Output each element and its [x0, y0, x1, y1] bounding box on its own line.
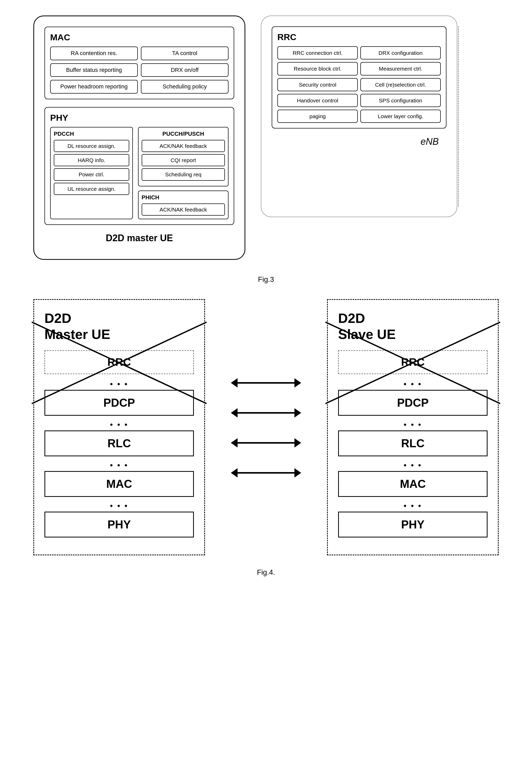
fig4-container: D2DMaster UE RRC • • • PDCP • • • RLC • … — [33, 299, 499, 592]
master-rrc-text: RRC — [108, 356, 131, 368]
rrc-res: Resource block ctrl. — [277, 62, 358, 75]
d2d-master-ue-box: MAC RA contention res. TA control Buffer… — [33, 16, 245, 260]
pdcch-box: PDCCH DL resource assign. HARQ info. Pow… — [50, 127, 133, 219]
master-pdcp: PDCP — [44, 390, 194, 416]
slave-mac: MAC — [338, 471, 488, 497]
rrc-box: RRC RRC connection ctrl. DRX configurati… — [272, 26, 446, 128]
pdcp-arrow-right — [294, 378, 301, 388]
pucch-ack: ACK/NAK feedback — [142, 140, 225, 152]
d2d-master-label: D2D master UE — [44, 233, 234, 244]
slave-dot-3: • • • — [338, 460, 488, 470]
master-mac: MAC — [44, 471, 194, 497]
phy-arrow-line — [238, 472, 294, 474]
rlc-arrow-line — [238, 412, 294, 414]
rrc-conn: RRC connection ctrl. — [277, 46, 358, 59]
master-dot-4: • • • — [44, 501, 194, 511]
enb-dashed-border — [456, 26, 459, 206]
mac-cell-buffer: Buffer status reporting — [50, 63, 138, 77]
d2d-master-ue-fig4: D2DMaster UE RRC • • • PDCP • • • RLC • … — [33, 299, 205, 555]
pdcch-power: Power ctrl. — [54, 168, 129, 180]
arrows-stack — [231, 299, 301, 480]
phy-arrow-left — [231, 468, 238, 478]
master-phy: PHY — [44, 512, 194, 537]
mac-arrow-line — [238, 442, 294, 444]
mac-cell-power: Power headroom reporting — [50, 80, 138, 94]
rrc-lower: Lower layer config. — [360, 110, 441, 123]
master-dot-2: • • • — [44, 420, 194, 429]
slave-rlc: RLC — [338, 430, 488, 456]
pdcp-arrow — [231, 378, 301, 388]
pucch-cqi: CQI report — [142, 154, 225, 166]
pucch-sched: Scheduling req — [142, 168, 225, 180]
mac-box: MAC RA contention res. TA control Buffer… — [44, 27, 234, 99]
enb-label: eNB — [272, 136, 446, 147]
master-rlc: RLC — [44, 430, 194, 456]
master-rrc-crossed: RRC — [44, 350, 194, 374]
slave-phy: PHY — [338, 512, 488, 537]
mac-arrow-left — [231, 438, 238, 448]
enb-box: RRC RRC connection ctrl. DRX configurati… — [261, 16, 457, 217]
slave-dot-4: • • • — [338, 501, 488, 511]
rlc-arrow-right — [294, 408, 301, 418]
slave-pdcp: PDCP — [338, 390, 488, 416]
mac-grid: RA contention res. TA control Buffer sta… — [50, 47, 229, 94]
slave-rrc-crossed: RRC — [338, 350, 488, 374]
rrc-cell-resel: Cell (re)selection ctrl. — [360, 78, 441, 91]
mac-cell-sched: Scheduling policy — [141, 80, 229, 94]
pdcch-dl: DL resource assign. — [54, 140, 129, 152]
fig4-diagram: D2DMaster UE RRC • • • PDCP • • • RLC • … — [33, 299, 499, 555]
rrc-paging: paging — [277, 110, 358, 123]
mac-cell-drx: DRX on/off — [141, 63, 229, 77]
rrc-drx: DRX configuration — [360, 46, 441, 59]
master-dot-3: • • • — [44, 460, 194, 470]
fig3-caption: Fig.3 — [10, 275, 522, 284]
mac-arrow-right — [294, 438, 301, 448]
mac-cell-ta: TA control — [141, 47, 229, 60]
phy-arrow — [231, 468, 301, 478]
pdcp-arrow-left — [231, 378, 238, 388]
phy-box: PHY PDCCH DL resource assign. HARQ info.… — [44, 107, 234, 225]
mac-title: MAC — [50, 32, 229, 42]
rrc-grid: RRC connection ctrl. DRX configuration R… — [277, 46, 441, 123]
rrc-sps: SPS configuration — [360, 94, 441, 107]
phy-title: PHY — [50, 113, 229, 123]
mac-cell-ra: RA contention res. — [50, 47, 138, 60]
rlc-arrow-left — [231, 408, 238, 418]
rlc-arrow — [231, 408, 301, 418]
fig4-caption: Fig.4. — [33, 568, 499, 577]
rrc-handover: Handover control — [277, 94, 358, 107]
slave-dot-2: • • • — [338, 420, 488, 429]
pdcch-harq: HARQ info. — [54, 154, 129, 166]
phich-ack: ACK/NAK feedback — [142, 203, 225, 216]
slave-rrc-text: RRC — [401, 356, 425, 368]
rrc-sec: Security control — [277, 78, 358, 91]
pucch-box: PUCCH/PUSCH ACK/NAK feedback CQI report … — [138, 127, 229, 186]
pucch-section: PUCCH/PUSCH ACK/NAK feedback CQI report … — [138, 127, 229, 219]
pdcch-ul: UL resource assign. — [54, 183, 129, 195]
pucch-title: PUCCH/PUSCH — [142, 131, 225, 137]
phy-arrow-right — [294, 468, 301, 478]
rrc-title: RRC — [277, 32, 441, 42]
phich-box: PHICH ACK/NAK feedback — [138, 191, 229, 219]
phich-title: PHICH — [142, 194, 225, 201]
phy-inner: PDCCH DL resource assign. HARQ info. Pow… — [50, 127, 229, 219]
pdcch-title: PDCCH — [54, 131, 129, 137]
mac-arrow — [231, 438, 301, 448]
pdcp-arrow-line — [238, 382, 294, 384]
fig3-diagram: MAC RA contention res. TA control Buffer… — [33, 16, 499, 260]
rrc-meas: Measurement ctrl. — [360, 62, 441, 75]
d2d-slave-ue-fig4: D2DSlave UE RRC • • • PDCP • • • RLC • •… — [327, 299, 499, 555]
